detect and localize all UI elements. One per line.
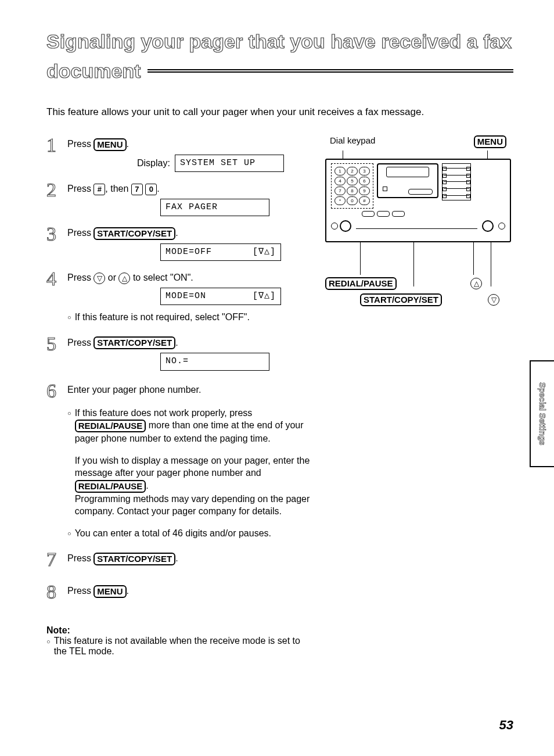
step-text: , then (105, 184, 131, 194)
leader-line (487, 151, 488, 159)
display-label: Display: (137, 157, 170, 170)
bullet-icon: ○ (67, 407, 71, 445)
redial-pause-key: REDIAL/PAUSE (75, 420, 146, 432)
up-arrow-key: △ (118, 273, 130, 284)
bullet-icon: ○ (67, 311, 71, 324)
display-value: MODE=OFF [∇△] (160, 243, 281, 261)
button-row-icon (261, 211, 505, 217)
step-number: 8 (46, 582, 67, 602)
step-text: or (105, 273, 118, 282)
t: If this feature does not work properly, … (75, 408, 253, 418)
step-text: Press (67, 184, 93, 194)
start-copy-set-key: START/COPY/SET (93, 227, 175, 240)
step-6-bullet-3: ○ You can enter a total of 46 digits and… (67, 527, 314, 540)
note-text: This feature is not available when the r… (54, 636, 314, 657)
bullet-icon: ○ (46, 636, 51, 657)
step-text: . (157, 184, 159, 194)
menu-key: MENU (93, 138, 126, 151)
page-title-line-1: Signaling your pager that you have recei… (46, 29, 513, 54)
leader-line (413, 241, 414, 286)
display-symbol: [∇△] (253, 291, 276, 302)
step-text: Enter your pager phone number. (67, 385, 201, 395)
step-4-bullet: ○ If this feature is not required, selec… (67, 311, 314, 324)
step-6-bullet-1: ○ If this feature does not work properly… (67, 407, 314, 445)
leader-line (343, 151, 343, 159)
display-value: SYSTEM SET UP (175, 155, 284, 172)
bullet-text: You can enter a total of 46 digits and/o… (75, 527, 314, 540)
step-text: to select "ON". (130, 273, 193, 282)
step-text: . (175, 228, 178, 238)
step-7: 7 Press START/COPY/SET. (46, 550, 314, 569)
diagram-bottom-labels: REDIAL/PAUSE △ START/COPY/SET ▽ (325, 277, 511, 306)
lcd-icon (377, 163, 438, 198)
round-button-icon (482, 220, 494, 232)
redial-pause-key: REDIAL/PAUSE (75, 480, 146, 493)
down-arrow-icon: ▽ (488, 294, 499, 306)
hash-key: # (93, 184, 105, 195)
step-text: Press (67, 273, 93, 282)
step-number: 5 (46, 334, 67, 354)
intro-text: This feature allows your unit to call yo… (46, 106, 513, 118)
bullet-icon: ○ (67, 527, 71, 540)
step-number: 4 (46, 269, 67, 289)
step-3: 3 Press START/COPY/SET. MODE=OFF [∇△] (46, 224, 314, 261)
small-round-icon (498, 223, 505, 230)
para-text: If you wish to display a message on your… (75, 454, 314, 518)
page-title-line-2: document (46, 59, 141, 84)
diagram-column: Dial keypad MENU 123 456 789 *0# (325, 135, 511, 307)
display-value: FAX PAGER (160, 199, 269, 216)
diagram-label-redial-pause: REDIAL/PAUSE (325, 277, 397, 290)
diagram-label-menu: MENU (474, 135, 506, 148)
note-heading: Note: (46, 625, 314, 636)
step-5: 5 Press START/COPY/SET. NO.= (46, 334, 314, 371)
start-copy-set-key: START/COPY/SET (93, 553, 175, 565)
keypad-icon: 123 456 789 *0# (331, 163, 373, 209)
down-arrow-key: ▽ (93, 273, 105, 284)
step-text: . (127, 586, 129, 596)
small-round-icon (331, 223, 338, 230)
step-text: Press (67, 139, 93, 149)
step-number: 1 (46, 135, 67, 155)
diagram-label-dial-keypad: Dial keypad (330, 135, 375, 148)
display-symbol: [∇△] (253, 246, 276, 258)
title-rule (148, 69, 513, 73)
step-1: 1 Press MENU. Display: SYSTEM SET UP (46, 135, 314, 172)
step-text: Press (67, 338, 93, 347)
front-line (356, 228, 477, 229)
display-text: MODE=OFF (166, 246, 212, 258)
step-text: Press (67, 228, 93, 238)
step-6: 6 Enter your pager phone number. (46, 381, 314, 401)
display-text: MODE=ON (166, 291, 206, 302)
note-block: Note: ○ This feature is not available wh… (46, 625, 314, 657)
diagram-label-start-copy-set: START/COPY/SET (360, 293, 442, 306)
step-text: Press (67, 553, 93, 563)
device-diagram: 123 456 789 *0# (325, 159, 511, 242)
page-number: 53 (499, 718, 513, 733)
leader-line (360, 241, 361, 275)
menu-key: MENU (93, 585, 126, 598)
leader-line (473, 241, 474, 275)
key-7: 7 (131, 184, 143, 195)
step-6-para-2: ○ If you wish to display a message on yo… (67, 454, 314, 518)
leader-line (491, 241, 491, 286)
step-text: . (175, 553, 178, 563)
display-value: MODE=ON [∇△] (160, 288, 281, 305)
side-tab-label: Special Settings (538, 382, 547, 445)
up-arrow-icon: △ (470, 278, 482, 289)
one-touch-keys-icon (442, 163, 471, 200)
step-number: 3 (46, 224, 67, 244)
step-text: Press (67, 586, 93, 596)
step-8: 8 Press MENU. (46, 582, 314, 602)
round-button-icon (340, 220, 351, 232)
step-4: 4 Press ▽ or △ to select "ON". MODE=ON [… (46, 269, 314, 305)
bullet-text: If this feature is not required, select … (75, 311, 314, 324)
side-tab: Special Settings (530, 360, 554, 467)
start-copy-set-key: START/COPY/SET (93, 336, 175, 349)
step-text: . (127, 139, 129, 149)
step-number: 2 (46, 180, 67, 200)
step-number: 7 (46, 550, 67, 569)
step-number: 6 (46, 381, 67, 401)
display-value: NO.= (160, 353, 269, 370)
t: If you wish to display a message on your… (75, 456, 310, 478)
bullet-text: If this feature does not work properly, … (75, 407, 314, 445)
